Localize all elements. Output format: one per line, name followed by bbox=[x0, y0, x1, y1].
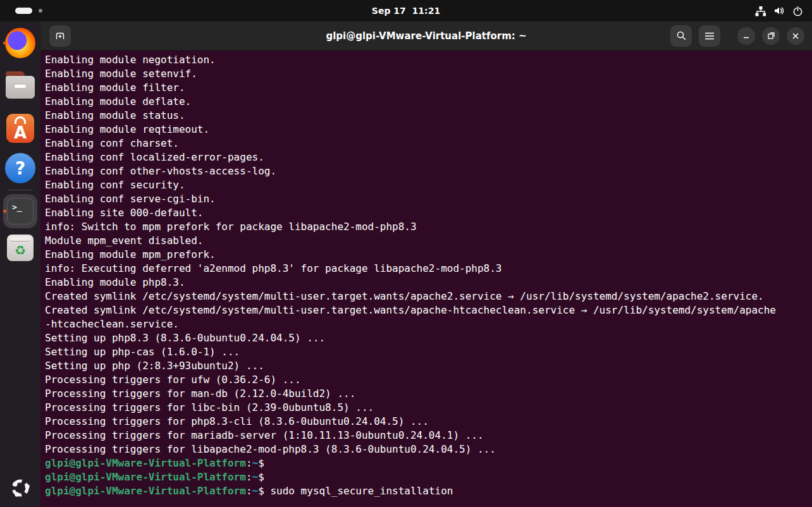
terminal-output-line: Processing triggers for libapache2-mod-p… bbox=[45, 443, 812, 456]
terminal-output-line: -htcacheclean.service. bbox=[45, 317, 812, 331]
prompt-dollar: $ bbox=[258, 485, 264, 497]
prompt-colon: : bbox=[246, 485, 252, 497]
power-icon[interactable] bbox=[792, 6, 803, 16]
workspace-active-pill[interactable] bbox=[15, 8, 32, 14]
dock-item-trash[interactable]: ♻ bbox=[0, 235, 40, 261]
new-tab-button[interactable] bbox=[49, 25, 71, 47]
prompt-command: sudo mysql_secure_installation bbox=[264, 485, 453, 497]
volume-icon[interactable] bbox=[773, 6, 785, 16]
dock-separator bbox=[8, 190, 33, 190]
window-titlebar[interactable]: glpi@glpi-VMware-Virtual-Platform: ~ bbox=[40, 21, 812, 51]
running-indicator-dot bbox=[3, 42, 6, 45]
prompt-colon: : bbox=[246, 457, 252, 469]
terminal-output-line: Enabling conf security. bbox=[45, 178, 812, 192]
prompt-dollar: $ bbox=[258, 457, 264, 469]
terminal-output-line: Enabling module negotiation. bbox=[45, 53, 812, 67]
terminal-output-line: Setting up php (2:8.3+93ubuntu2) ... bbox=[45, 359, 812, 373]
terminal-output-line: info: Executing deferred 'a2enmod php8.3… bbox=[45, 262, 812, 276]
terminal-output-line: Enabling module deflate. bbox=[45, 95, 812, 109]
terminal-output-line: Enabling conf other-vhosts-access-log. bbox=[45, 164, 812, 178]
terminal-output-line: Created symlink /etc/systemd/system/mult… bbox=[45, 290, 812, 303]
dock-item-files[interactable] bbox=[0, 72, 40, 100]
terminal-output-line: Processing triggers for mariadb-server (… bbox=[45, 429, 812, 443]
terminal-output-line: Setting up php-cas (1.6.0-1) ... bbox=[45, 345, 812, 359]
files-icon bbox=[6, 76, 35, 100]
dock: A ? >_ ♻ bbox=[0, 21, 40, 507]
prompt-path: ~ bbox=[252, 471, 259, 483]
prompt-path: ~ bbox=[252, 457, 259, 469]
top-bar: Sep 17 11:21 bbox=[0, 0, 812, 21]
desktop: Sep 17 11:21 bbox=[0, 0, 812, 507]
terminal-output-line: Created symlink /etc/systemd/system/mult… bbox=[45, 303, 812, 317]
terminal-output-line: Module mpm_event disabled. bbox=[45, 234, 812, 248]
prompt-user-host: glpi@glpi-VMware-Virtual-Platform bbox=[45, 485, 246, 497]
dock-item-help[interactable]: ? bbox=[0, 153, 40, 183]
system-tray[interactable] bbox=[755, 6, 803, 16]
terminal-output-line: Setting up php8.3 (8.3.6-0ubuntu0.24.04.… bbox=[45, 331, 812, 345]
prompt-colon: : bbox=[246, 471, 252, 483]
workspace-dot[interactable] bbox=[39, 9, 42, 13]
workspace-indicator[interactable] bbox=[0, 8, 42, 14]
terminal-output-line: Enabling conf charset. bbox=[45, 137, 812, 150]
dock-item-app-center[interactable]: A bbox=[0, 114, 40, 143]
prompt-path: ~ bbox=[252, 485, 259, 497]
terminal-screen[interactable]: Enabling module negotiation.Enabling mod… bbox=[40, 51, 812, 507]
clock[interactable]: Sep 17 11:21 bbox=[372, 6, 440, 16]
terminal-output-line: Enabling module php8.3. bbox=[45, 276, 812, 290]
terminal-output-line: Enabling module status. bbox=[45, 109, 812, 123]
terminal-window: glpi@glpi-VMware-Virtual-Platform: ~ bbox=[40, 21, 812, 507]
menu-button[interactable] bbox=[699, 25, 720, 47]
terminal-output-line: info: Switch to mpm prefork for package … bbox=[45, 220, 812, 234]
terminal-prompt-line: glpi@glpi-VMware-Virtual-Platform:~$ bbox=[45, 470, 812, 484]
terminal-output-line: Processing triggers for ufw (0.36.2-6) .… bbox=[45, 373, 812, 387]
terminal-output-line: Processing triggers for man-db (2.12.0-4… bbox=[45, 387, 812, 401]
prompt-user-host: glpi@glpi-VMware-Virtual-Platform bbox=[45, 471, 246, 483]
restore-button[interactable] bbox=[762, 27, 780, 45]
ubuntu-logo-icon bbox=[6, 474, 34, 502]
terminal-output-line: Processing triggers for libc-bin (2.39-0… bbox=[45, 401, 812, 415]
show-apps-button[interactable] bbox=[0, 474, 40, 502]
close-button[interactable] bbox=[787, 27, 804, 45]
dock-item-terminal[interactable]: >_ bbox=[0, 194, 40, 228]
terminal-output-line: Enabling module reqtimeout. bbox=[45, 123, 812, 137]
terminal-output-line: Enabling module mpm_prefork. bbox=[45, 248, 812, 262]
running-indicator-dot bbox=[3, 210, 6, 213]
network-icon[interactable] bbox=[755, 6, 766, 16]
terminal-output-line: Enabling site 000-default. bbox=[45, 206, 812, 220]
firefox-icon bbox=[5, 28, 35, 58]
prompt-user-host: glpi@glpi-VMware-Virtual-Platform bbox=[45, 457, 246, 469]
terminal-prompt-line: glpi@glpi-VMware-Virtual-Platform:~$ sud… bbox=[45, 484, 812, 498]
app-center-icon: A bbox=[6, 114, 34, 143]
prompt-dollar: $ bbox=[258, 471, 264, 483]
terminal-output-line: Processing triggers for php8.3-cli (8.3.… bbox=[45, 415, 812, 429]
help-icon: ? bbox=[5, 153, 35, 183]
terminal-output-line: Enabling module filter. bbox=[45, 81, 812, 95]
window-title: glpi@glpi-VMware-Virtual-Platform: ~ bbox=[326, 30, 526, 42]
dock-item-firefox[interactable] bbox=[0, 28, 40, 58]
focused-app-frame: >_ bbox=[3, 194, 37, 228]
terminal-output-line: Enabling module setenvif. bbox=[45, 67, 812, 81]
trash-icon: ♻ bbox=[7, 235, 34, 261]
terminal-prompt-line: glpi@glpi-VMware-Virtual-Platform:~$ bbox=[45, 456, 812, 470]
search-button[interactable] bbox=[670, 25, 692, 47]
terminal-output-line: Enabling conf localized-error-pages. bbox=[45, 150, 812, 164]
minimize-button[interactable] bbox=[737, 27, 755, 45]
terminal-icon: >_ bbox=[7, 198, 34, 224]
terminal-output-line: Enabling conf serve-cgi-bin. bbox=[45, 192, 812, 206]
